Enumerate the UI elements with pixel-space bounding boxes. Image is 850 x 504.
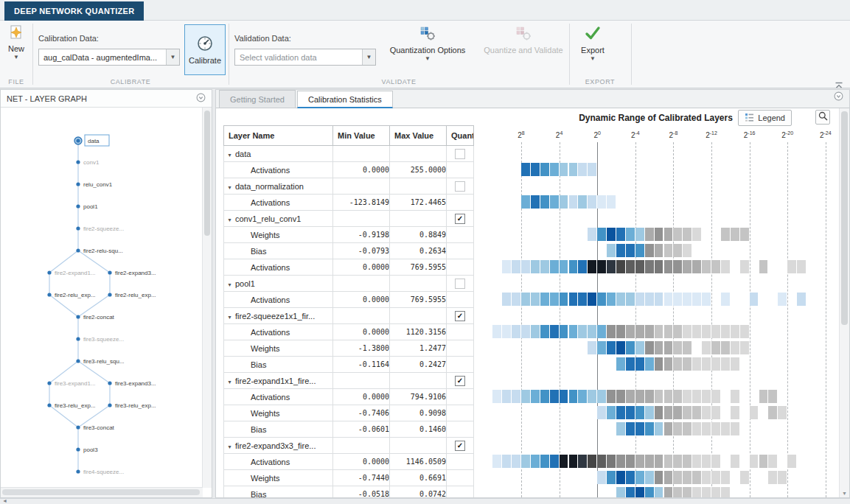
- chevron-down-icon[interactable]: ▼: [362, 49, 375, 65]
- range-histogram-cell[interactable]: [702, 293, 711, 306]
- zoom-button[interactable]: [815, 110, 830, 125]
- panel-actions-icon[interactable]: [834, 91, 843, 104]
- range-histogram-cell[interactable]: [626, 471, 635, 484]
- range-histogram-cell[interactable]: [711, 487, 720, 497]
- range-histogram-cell[interactable]: [616, 325, 625, 338]
- range-histogram-cell[interactable]: [588, 163, 596, 176]
- range-histogram-cell[interactable]: [626, 390, 635, 403]
- range-histogram-cell[interactable]: [560, 163, 568, 176]
- range-histogram-cell[interactable]: [787, 455, 796, 468]
- range-histogram-cell[interactable]: [673, 341, 682, 354]
- range-histogram-cell[interactable]: [655, 325, 663, 338]
- range-histogram-cell[interactable]: [673, 357, 682, 371]
- range-histogram-cell[interactable]: [797, 260, 806, 273]
- range-histogram-cell[interactable]: [683, 341, 692, 354]
- scroll-down-icon[interactable]: ▼: [840, 491, 849, 496]
- range-histogram-cell[interactable]: [635, 422, 644, 435]
- range-histogram-cell[interactable]: [711, 357, 720, 371]
- range-histogram-cell[interactable]: [645, 422, 654, 435]
- range-histogram-cell[interactable]: [635, 455, 644, 468]
- range-histogram-cell[interactable]: [597, 406, 606, 419]
- range-histogram-cell[interactable]: [664, 357, 673, 371]
- tensor-row[interactable]: Bias-0.05180.0742: [224, 486, 474, 498]
- graph-node[interactable]: [76, 182, 80, 186]
- range-histogram-cell[interactable]: [550, 293, 559, 306]
- layer-graph-vertical-scrollbar[interactable]: [202, 108, 212, 488]
- range-histogram-cell[interactable]: [702, 455, 711, 468]
- range-histogram-cell[interactable]: [616, 357, 625, 371]
- range-histogram-cell[interactable]: [626, 341, 635, 354]
- range-histogram-cell[interactable]: [683, 228, 692, 241]
- tensor-row[interactable]: Bias-0.07930.2634: [224, 243, 474, 259]
- range-histogram-cell[interactable]: [655, 244, 663, 257]
- range-histogram-cell[interactable]: [521, 163, 530, 176]
- range-histogram-cell[interactable]: [702, 390, 711, 403]
- graph-node[interactable]: [47, 270, 51, 274]
- tab-getting-started[interactable]: Getting Started: [219, 90, 296, 108]
- tensor-row[interactable]: Activations0.0000769.5955: [224, 292, 474, 308]
- range-histogram-cell[interactable]: [664, 487, 673, 497]
- graph-node[interactable]: [47, 293, 51, 296]
- range-histogram-cell[interactable]: [702, 260, 711, 273]
- range-histogram-cell[interactable]: [673, 325, 682, 338]
- range-histogram-cell[interactable]: [540, 325, 549, 338]
- quantize-checkbox[interactable]: [455, 279, 465, 289]
- range-histogram-cell[interactable]: [550, 455, 559, 468]
- graph-node[interactable]: [47, 381, 51, 385]
- range-histogram-cell[interactable]: [616, 487, 625, 497]
- range-histogram-cell[interactable]: [626, 357, 635, 371]
- range-histogram-cell[interactable]: [711, 390, 720, 403]
- range-histogram-cell[interactable]: [512, 260, 520, 273]
- range-histogram-cell[interactable]: [645, 325, 654, 338]
- tensor-row[interactable]: Activations0.0000255.0000: [224, 162, 474, 178]
- range-histogram-cell[interactable]: [664, 406, 673, 419]
- range-histogram-cell[interactable]: [692, 293, 701, 306]
- range-histogram-cell[interactable]: [502, 260, 511, 273]
- range-histogram-cell[interactable]: [521, 260, 530, 273]
- range-histogram-cell[interactable]: [683, 455, 692, 468]
- tensor-row[interactable]: Activations0.00001120.3156: [224, 324, 474, 340]
- export-button[interactable]: Export ▼: [574, 24, 612, 62]
- range-histogram-cell[interactable]: [655, 455, 663, 468]
- range-histogram-cell[interactable]: [569, 163, 578, 176]
- range-histogram-cell[interactable]: [569, 195, 578, 209]
- range-histogram-cell[interactable]: [702, 341, 711, 354]
- range-histogram-cell[interactable]: [655, 357, 663, 371]
- range-histogram-cell[interactable]: [578, 163, 587, 176]
- graph-node[interactable]: [76, 425, 80, 429]
- range-histogram-cell[interactable]: [531, 195, 540, 209]
- range-histogram-cell[interactable]: [569, 293, 578, 306]
- range-histogram-cell[interactable]: [492, 455, 501, 468]
- range-histogram-cell[interactable]: [635, 390, 644, 403]
- range-histogram-cell[interactable]: [531, 325, 540, 338]
- tensor-row[interactable]: Activations0.0000794.9106: [224, 389, 474, 405]
- range-histogram-cell[interactable]: [616, 390, 625, 403]
- range-histogram-cell[interactable]: [512, 325, 520, 338]
- range-histogram-cell[interactable]: [597, 228, 606, 241]
- range-histogram-cell[interactable]: [702, 357, 711, 371]
- layer-graph-canvas[interactable]: dataconv1relu_conv1pool1fire2-squeeze...…: [1, 108, 203, 488]
- range-histogram-cell[interactable]: [616, 422, 625, 435]
- range-histogram-cell[interactable]: [740, 325, 749, 338]
- layer-graph-horizontal-scrollbar[interactable]: [1, 487, 203, 497]
- range-histogram-cell[interactable]: [683, 357, 692, 371]
- range-histogram-cell[interactable]: [635, 260, 644, 273]
- range-histogram-cell[interactable]: [692, 422, 701, 435]
- range-histogram-cell[interactable]: [502, 293, 511, 306]
- range-histogram-cell[interactable]: [635, 406, 644, 419]
- range-histogram-cell[interactable]: [588, 228, 596, 241]
- range-histogram-cell[interactable]: [616, 244, 625, 257]
- tensor-row[interactable]: Activations0.00001146.0509: [224, 454, 474, 470]
- graph-node[interactable]: [108, 403, 111, 407]
- range-histogram-cell[interactable]: [711, 471, 720, 484]
- collapse-group-icon[interactable]: ▾: [224, 281, 235, 288]
- range-histogram-cell[interactable]: [616, 471, 625, 484]
- range-histogram-cell[interactable]: [531, 455, 540, 468]
- range-histogram-cell[interactable]: [588, 325, 596, 338]
- range-histogram-cell[interactable]: [597, 293, 606, 306]
- range-histogram-cell[interactable]: [616, 406, 625, 419]
- scrollbar-thumb[interactable]: [841, 111, 848, 325]
- range-histogram-cell[interactable]: [588, 390, 596, 403]
- range-histogram-cell[interactable]: [597, 341, 606, 354]
- range-histogram-cell[interactable]: [492, 325, 501, 338]
